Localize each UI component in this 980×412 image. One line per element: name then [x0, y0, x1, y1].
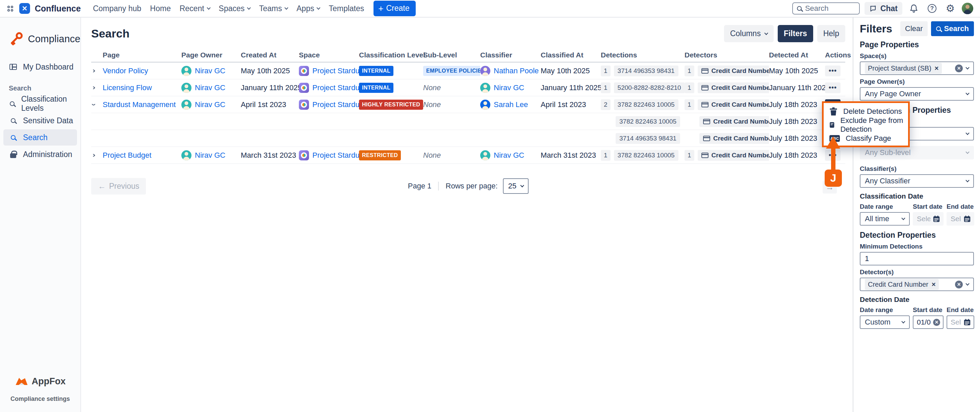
detection-value-chip: 5200-8282-8282-8210	[614, 83, 684, 93]
page-link[interactable]: Licensing Flow	[103, 83, 152, 92]
detection-date-range-select[interactable]: Custom	[860, 315, 910, 329]
nav-item-teams[interactable]: Teams	[257, 1, 290, 16]
expand-row-icon[interactable]	[91, 86, 99, 89]
help-button[interactable]: Help	[817, 25, 845, 42]
search-icon	[936, 26, 941, 31]
clear-select-icon[interactable]: ✕	[955, 65, 963, 72]
previous-page-button[interactable]: ←Previous	[91, 178, 146, 194]
sidebar-item-my-dashboard[interactable]: My Dashboard	[3, 59, 77, 75]
classifier-link[interactable]: Nirav GC	[494, 83, 524, 92]
nav-item-spaces[interactable]: Spaces	[217, 1, 253, 16]
chat-button[interactable]: Chat	[864, 2, 902, 15]
global-search-input[interactable]	[805, 4, 849, 13]
detector-chip[interactable]: Credit Card Number	[698, 65, 769, 76]
detection-start-date-input[interactable]: 01/0... ✕	[913, 315, 943, 329]
expand-row-icon[interactable]	[91, 154, 99, 157]
space-link[interactable]: Project Stardust	[312, 100, 359, 109]
space-link[interactable]: Project Stardust	[312, 151, 359, 160]
nav-item-templates[interactable]: Templates	[326, 1, 366, 16]
credit-card-icon	[702, 102, 708, 107]
appfox-logo: AppFox	[0, 376, 80, 387]
chat-sparkle-icon	[869, 5, 877, 13]
fox-icon	[15, 377, 29, 387]
calendar-icon	[964, 318, 971, 326]
page-link[interactable]: Vendor Policy	[103, 67, 148, 75]
nav-item-company-hub[interactable]: Company hub	[91, 1, 143, 16]
collapse-row-icon[interactable]	[91, 104, 99, 105]
spaces-multiselect[interactable]: Project Stardust (SB)✕ ✕	[860, 62, 974, 75]
detected-at: January 11th 2025	[769, 83, 825, 92]
menu-item-exclude-page[interactable]: Exclude Page from Detection	[824, 118, 908, 132]
help-icon[interactable]: ?	[925, 2, 939, 15]
classifier-link[interactable]: Nirav GC	[494, 151, 524, 160]
sidebar-item-administration[interactable]: Administration	[3, 146, 77, 162]
remove-chip-icon[interactable]: ✕	[934, 65, 939, 72]
notifications-bell-icon[interactable]	[907, 2, 921, 15]
clear-select-icon[interactable]: ✕	[955, 281, 963, 288]
user-avatar[interactable]	[962, 3, 973, 14]
sidebar-item-search[interactable]: Search	[3, 129, 77, 146]
minimum-detections-input[interactable]	[860, 252, 974, 266]
columns-button[interactable]: Columns	[724, 25, 774, 42]
detector-chip[interactable]: Credit Card Number	[699, 116, 769, 127]
detector-chip[interactable]: Credit Card Number	[698, 83, 769, 93]
classification-level-badge: HIGHLY RESTRICTED	[359, 100, 423, 110]
page-owner-link[interactable]: Nirav GC	[195, 100, 225, 109]
classification-level-badge: INTERNAL	[359, 83, 393, 93]
page-owner-link[interactable]: Nirav GC	[195, 151, 225, 160]
classifier-link[interactable]: Nathan Poole	[494, 67, 539, 75]
filters-toggle-button[interactable]: Filters	[778, 25, 813, 42]
search-icon	[9, 101, 16, 106]
product-name: Confluence	[35, 4, 81, 14]
detection-date-heading: Detection Date	[860, 296, 974, 304]
detector-chip[interactable]: Credit Card Number	[698, 99, 769, 110]
confluence-logo-icon[interactable]: ✕	[19, 3, 30, 14]
rows-per-page-select[interactable]: 25	[503, 178, 528, 194]
classifier-select[interactable]: Any Classifier	[860, 174, 974, 188]
chevron-down-icon	[520, 183, 524, 187]
apply-search-button[interactable]: Search	[931, 21, 974, 36]
page-owner-link[interactable]: Nirav GC	[195, 83, 225, 92]
detection-sub-row: 3782 822463 10005 Credit Card Number Jul…	[91, 113, 845, 130]
detected-at: July 18th 2023	[769, 100, 817, 109]
clear-date-icon[interactable]: ✕	[933, 319, 940, 326]
detector-chip[interactable]: Credit Card Number	[699, 133, 769, 144]
page-link[interactable]: Project Budget	[103, 151, 151, 160]
sidebar-item-sensitive-data[interactable]: Sensitive Data	[3, 113, 77, 129]
nav-item-recent[interactable]: Recent	[178, 1, 212, 16]
detection-end-date-input[interactable]: Selec...	[947, 315, 974, 329]
settings-gear-icon[interactable]: ⚙	[943, 2, 957, 15]
top-navigation: ✕ Confluence Company hub Home Recent Spa…	[0, 0, 980, 17]
search-icon	[797, 6, 802, 11]
chevron-down-icon	[901, 216, 905, 220]
classifier-link[interactable]: Sarah Lee	[494, 100, 528, 109]
classification-date-range-select[interactable]: All time	[860, 212, 910, 226]
chevron-down-icon	[247, 6, 251, 10]
compliance-settings-link[interactable]: Compliance settings	[0, 396, 80, 402]
sub-level-select: Any Sub-level	[860, 146, 974, 159]
search-icon	[9, 135, 18, 140]
nav-item-home[interactable]: Home	[148, 1, 173, 16]
global-search-box[interactable]	[792, 2, 860, 14]
expand-row-icon[interactable]	[91, 70, 99, 72]
space-icon	[299, 83, 309, 93]
remove-chip-icon[interactable]: ✕	[931, 281, 936, 288]
detector-chip[interactable]: Credit Card Number	[698, 150, 769, 161]
avatar	[181, 66, 191, 76]
space-link[interactable]: Project Stardust	[312, 83, 359, 92]
classification-level-badge: RESTRICTED	[359, 150, 401, 161]
pagination: ←Previous Page 1 Rows per page: 25 →	[91, 178, 845, 194]
sidebar-item-classification-levels[interactable]: Classification Levels	[3, 95, 77, 112]
detector-multiselect[interactable]: Credit Card Number✕ ✕	[860, 278, 974, 291]
page-owner-link[interactable]: Nirav GC	[195, 67, 225, 75]
row-actions-button[interactable]: •••	[825, 65, 840, 76]
app-switcher-icon[interactable]	[8, 6, 13, 11]
row-actions-button[interactable]: •••	[825, 83, 840, 93]
create-button[interactable]: +Create	[374, 1, 415, 16]
space-link[interactable]: Project Stardust	[312, 67, 359, 75]
clear-filters-button[interactable]: Clear	[900, 21, 928, 36]
avatar	[480, 83, 490, 93]
page-link[interactable]: Stardust Management	[103, 100, 176, 109]
nav-item-apps[interactable]: Apps	[294, 1, 322, 16]
page-owner-select[interactable]: Any Page Owner	[860, 87, 974, 101]
